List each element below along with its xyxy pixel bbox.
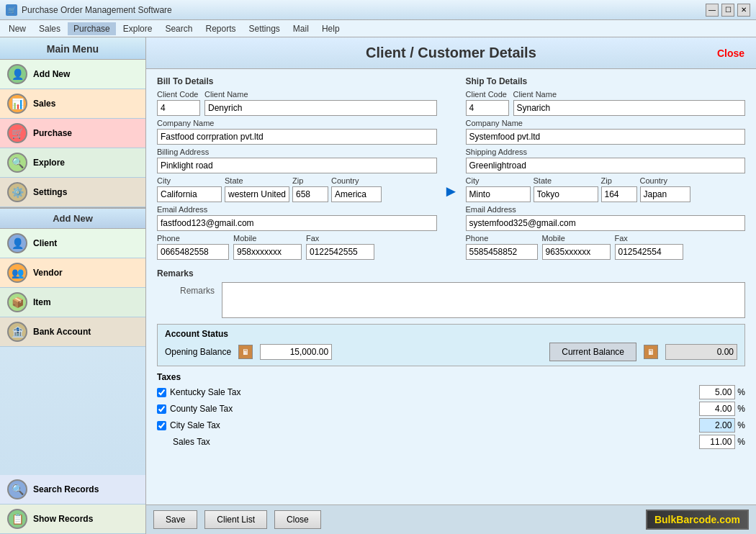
ship-mobile-input[interactable] <box>542 244 611 260</box>
ship-email-input[interactable] <box>466 215 746 231</box>
menu-new[interactable]: New <box>3 22 32 35</box>
ship-client-code-input[interactable] <box>466 100 509 116</box>
ship-phone-input[interactable] <box>466 244 538 260</box>
remarks-textarea[interactable] <box>222 282 745 318</box>
client-icon: 👤 <box>7 233 27 253</box>
remarks-inner-label: Remarks <box>157 282 215 296</box>
sidebar-item-item[interactable]: 📦 Item <box>0 288 145 317</box>
opening-balance-label: Opening Balance <box>165 347 231 357</box>
ship-city-input[interactable] <box>466 186 531 202</box>
sidebar-item-client[interactable]: 👤 Client <box>0 229 145 258</box>
bill-email-input[interactable] <box>157 215 437 231</box>
tax-checkbox-0[interactable] <box>157 388 166 397</box>
bill-city-input[interactable] <box>157 186 222 202</box>
bill-address-input[interactable] <box>157 158 437 173</box>
bottom-buttons: Save Client List Close BulkBarcode.com <box>146 504 756 534</box>
show-records-icon: 📋 <box>7 509 27 529</box>
close-window-button[interactable]: ✕ <box>737 4 750 17</box>
menu-purchase[interactable]: Purchase <box>68 22 116 35</box>
tax-pct-3: % <box>737 437 745 447</box>
ship-state-input[interactable] <box>534 186 598 202</box>
ship-city-label: City <box>466 176 531 185</box>
bill-phone-input[interactable] <box>157 244 229 260</box>
close-form-button[interactable]: Close <box>274 510 321 529</box>
sidebar-item-label: Settings <box>33 187 67 197</box>
ship-company-name-input[interactable] <box>466 129 746 145</box>
sidebar-item-vendor[interactable]: 👥 Vendor <box>0 258 145 288</box>
opening-balance-input[interactable] <box>260 344 332 360</box>
close-button[interactable]: Close <box>713 46 749 60</box>
content-header: Client / Customer Details Close <box>146 37 756 69</box>
bill-state-input[interactable] <box>225 186 289 202</box>
save-button[interactable]: Save <box>153 510 197 529</box>
sidebar-item-label: Add New <box>33 69 70 79</box>
menu-sales[interactable]: Sales <box>33 22 66 35</box>
minimize-button[interactable]: — <box>706 4 719 17</box>
tax-value-0[interactable] <box>699 385 735 399</box>
tax-pct-0: % <box>737 387 745 397</box>
tax-value-3[interactable] <box>699 435 735 449</box>
tax-label-2: City Sale Tax <box>170 420 699 430</box>
sidebar-item-show-records[interactable]: 📋 Show Records <box>0 504 145 534</box>
bill-company-name-label: Company Name <box>157 119 437 127</box>
sidebar-item-label: Item <box>33 297 51 307</box>
search-records-icon: 🔍 <box>7 479 27 499</box>
sidebar-item-label: Vendor <box>33 268 63 278</box>
tax-value-2[interactable] <box>699 418 735 433</box>
bill-client-code-input[interactable] <box>157 100 200 116</box>
menu-settings[interactable]: Settings <box>243 22 286 35</box>
current-balance-button[interactable]: Current Balance <box>549 343 636 361</box>
bill-city-label: City <box>157 176 222 185</box>
bill-zip-label: Zip <box>292 176 328 185</box>
tax-checkbox-1[interactable] <box>157 404 166 414</box>
purchase-icon: 🛒 <box>7 123 27 143</box>
ship-client-name-label: Client Name <box>513 90 746 99</box>
sidebar-item-label: Bank Account <box>33 327 91 337</box>
ship-fax-label: Fax <box>615 234 683 243</box>
menu-reports[interactable]: Reports <box>199 22 241 35</box>
ship-fax-input[interactable] <box>615 244 683 260</box>
bill-country-label: Country <box>331 176 382 185</box>
menu-mail[interactable]: Mail <box>287 22 315 35</box>
ship-client-name-input[interactable] <box>513 100 746 116</box>
add-new-section-title: Add New <box>0 207 145 229</box>
bill-client-name-input[interactable] <box>204 100 437 116</box>
sidebar-item-explore[interactable]: 🔍 Explore <box>0 148 145 178</box>
sidebar-item-label: Purchase <box>33 128 72 138</box>
menu-help[interactable]: Help <box>316 22 346 35</box>
bill-mobile-input[interactable] <box>233 244 302 260</box>
sidebar-item-sales[interactable]: 📊 Sales <box>0 89 145 119</box>
ship-country-input[interactable] <box>640 186 690 202</box>
menu-explore[interactable]: Explore <box>117 22 158 35</box>
ship-country-label: Country <box>640 176 690 185</box>
sidebar-item-settings[interactable]: ⚙️ Settings <box>0 178 145 207</box>
taxes-title: Taxes <box>157 372 745 382</box>
bill-to-title: Bill To Details <box>157 76 437 86</box>
remarks-section-label: Remarks <box>157 268 745 279</box>
ship-address-input[interactable] <box>466 158 746 173</box>
client-list-button[interactable]: Client List <box>204 510 267 529</box>
bill-zip-input[interactable] <box>292 186 328 202</box>
bill-fax-input[interactable] <box>306 244 374 260</box>
bill-state-label: State <box>225 176 289 185</box>
main-menu-title: Main Menu <box>0 37 145 60</box>
sales-icon: 📊 <box>7 94 27 114</box>
maximize-button[interactable]: ☐ <box>721 4 734 17</box>
tax-label-3: Sales Tax <box>170 437 699 447</box>
tax-row-3: Sales Tax % <box>157 435 745 449</box>
content-area: Client / Customer Details Close Bill To … <box>146 37 756 534</box>
add-new-icon: 👤 <box>7 64 27 84</box>
tax-checkbox-2[interactable] <box>157 421 166 430</box>
bill-fax-label: Fax <box>306 234 374 243</box>
bill-country-input[interactable] <box>331 186 382 202</box>
tax-value-1[interactable] <box>699 402 735 416</box>
menu-search[interactable]: Search <box>159 22 198 35</box>
ship-mobile-label: Mobile <box>542 234 611 243</box>
bill-company-name-input[interactable] <box>157 129 437 145</box>
sidebar-item-search-records[interactable]: 🔍 Search Records <box>0 475 145 504</box>
sidebar-item-add-new[interactable]: 👤 Add New <box>0 60 145 89</box>
sidebar-item-purchase[interactable]: 🛒 Purchase <box>0 119 145 148</box>
current-balance-input <box>665 344 737 360</box>
ship-zip-input[interactable] <box>601 186 637 202</box>
sidebar-item-bank-account[interactable]: 🏦 Bank Account <box>0 317 145 347</box>
